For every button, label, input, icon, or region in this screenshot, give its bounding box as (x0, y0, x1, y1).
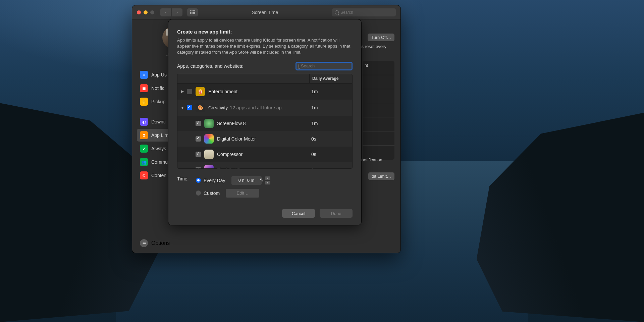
no-entry-icon: ⦸ (140, 171, 148, 179)
forward-button[interactable]: › (172, 8, 182, 16)
people-icon: 👥 (140, 158, 148, 166)
app-row-screenflow[interactable]: ScreenFlow 8 1m (177, 116, 352, 131)
row-label: Digital Color Meter (217, 136, 256, 142)
minimize-window-button[interactable] (144, 10, 148, 14)
row-average: 0s (309, 136, 352, 142)
app-row-final-cut-pro[interactable]: Final Cut Pro 0s (177, 162, 352, 168)
limits-col-header: nt (363, 61, 394, 75)
radio-custom[interactable] (196, 191, 201, 196)
sidebar-item-label: App Us (151, 72, 167, 77)
hourglass-icon: ⧗ (140, 131, 148, 139)
check-badge-icon: ✔ (140, 145, 148, 153)
row-average: 1m (309, 105, 352, 110)
layers-icon: ≡ (140, 71, 148, 79)
ellipsis-icon: ••• (140, 239, 148, 247)
every-day-label: Every Day (204, 178, 225, 183)
table-header: Daily Average (177, 74, 352, 84)
time-section: Time: Every Day 0 h 0 m ↖ ▲▼ Custom Edit… (177, 176, 353, 198)
done-button[interactable]: Done (320, 209, 353, 218)
hand-icon: ✋ (140, 98, 148, 106)
stepper-buttons[interactable]: ▲▼ (265, 176, 270, 185)
grid-icon (190, 10, 195, 14)
sidebar-item-label: Notific (151, 86, 164, 91)
compressor-icon (204, 150, 214, 159)
show-all-button[interactable] (187, 8, 198, 16)
clock-icon: ◐ (140, 118, 148, 126)
list-item[interactable] (363, 75, 394, 89)
search-icon (299, 64, 299, 68)
category-row-creativity[interactable]: ▼ 🎨 Creativity12 apps and all future ap…… (177, 100, 352, 116)
row-average: 0s (309, 167, 352, 168)
checkbox-checked[interactable] (196, 136, 201, 142)
entertainment-icon: 🍿 (196, 87, 205, 96)
checkbox-checked[interactable] (196, 152, 201, 157)
apps-table: Daily Average ▶ 🍿 Entertainment 1m ▼ 🎨 C… (177, 74, 353, 169)
row-label: ScreenFlow 8 (217, 121, 246, 126)
mouse-cursor-icon: ↖ (260, 177, 264, 182)
bell-icon: ◼ (140, 84, 148, 92)
disclosure-down-icon[interactable]: ▼ (180, 106, 185, 110)
row-label: Entertainment (208, 89, 237, 94)
options-label: Options (151, 240, 170, 246)
close-window-button[interactable] (137, 10, 141, 14)
row-average: 0s (309, 152, 352, 157)
sheet-search-input[interactable] (301, 63, 357, 68)
apps-categories-label: Apps, categories, and websites: (177, 63, 244, 69)
category-row-entertainment[interactable]: ▶ 🍿 Entertainment 1m (177, 84, 352, 100)
creativity-icon: 🎨 (196, 103, 205, 112)
cancel-button[interactable]: Cancel (282, 209, 315, 218)
checkbox-checked[interactable] (196, 167, 201, 168)
sidebar-item-label: Commu (151, 159, 168, 165)
toolbar-search[interactable] (332, 8, 396, 16)
reset-text: its reset every (359, 44, 394, 50)
edit-limit-button[interactable]: dit Limit… (368, 172, 394, 180)
column-daily-average: Daily Average (309, 74, 352, 83)
row-label: Creativity (208, 105, 228, 110)
toolbar-search-input[interactable] (340, 10, 393, 15)
zoom-window-button[interactable] (150, 10, 154, 14)
stepper-down-icon[interactable]: ▼ (265, 181, 270, 184)
time-label: Time: (177, 176, 191, 181)
window-title: Screen Time (201, 10, 329, 15)
turn-off-button[interactable]: Turn Off… (368, 34, 394, 41)
custom-label: Custom (204, 191, 220, 196)
checkbox-checked[interactable] (196, 121, 201, 126)
sidebar-options[interactable]: •••Options (137, 237, 211, 250)
row-label: Final Cut Pro (217, 167, 245, 168)
row-average: 1m (309, 121, 352, 126)
list-item[interactable] (363, 131, 394, 146)
titlebar: ‹ › Screen Time (132, 5, 400, 19)
app-row-compressor[interactable]: Compressor 0s (177, 147, 352, 162)
notification-text: A notification (358, 157, 394, 163)
sidebar-item-label: Always (151, 146, 166, 151)
row-average: 1m (309, 89, 352, 94)
minutes-value: 0 m (247, 178, 255, 183)
back-button[interactable]: ‹ (160, 8, 171, 16)
search-icon (335, 10, 339, 14)
sheet-search[interactable] (296, 62, 353, 70)
sidebar-item-label: Pickup (151, 99, 165, 104)
hours-value: 0 h (238, 178, 245, 183)
digital-color-meter-icon (204, 134, 214, 144)
new-app-limit-sheet: Create a new app limit: App limits apply… (168, 19, 361, 225)
screenflow-icon (204, 119, 214, 128)
list-item[interactable] (363, 103, 394, 117)
radio-every-day[interactable] (196, 178, 201, 183)
row-label: Compressor (217, 152, 243, 157)
checkbox-checked[interactable] (187, 105, 192, 110)
final-cut-pro-icon (204, 165, 214, 168)
sidebar-item-label: Downti (151, 119, 166, 124)
disclosure-right-icon[interactable]: ▶ (180, 89, 185, 94)
limits-list: nt (363, 61, 394, 160)
list-item[interactable] (363, 89, 394, 103)
traffic-lights (137, 10, 154, 14)
checkbox[interactable] (187, 89, 192, 94)
row-sublabel: 12 apps and all future ap… (230, 105, 286, 110)
list-item[interactable] (363, 117, 394, 131)
app-row-digital-color-meter[interactable]: Digital Color Meter 0s (177, 131, 352, 147)
edit-custom-button[interactable]: Edit… (226, 189, 259, 198)
sheet-heading: Create a new app limit: (177, 29, 353, 35)
sheet-description: App limits apply to all devices that are… (177, 37, 353, 56)
time-stepper[interactable]: 0 h 0 m ↖ (231, 176, 262, 185)
stepper-up-icon[interactable]: ▲ (265, 176, 270, 180)
